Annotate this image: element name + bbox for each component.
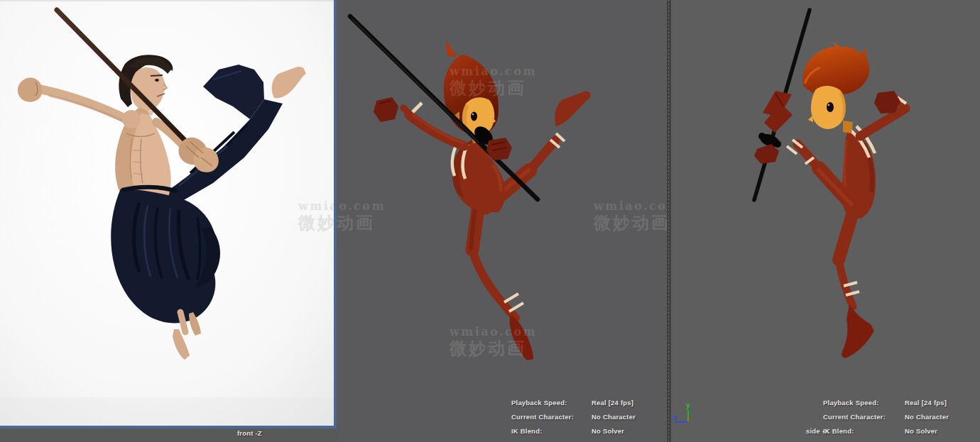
standing-foot	[842, 304, 874, 358]
y-axis-label: y	[686, 402, 690, 409]
viewport-layout: wmiao.com 微妙动画 front -Z	[0, 0, 980, 442]
character-front-illustration	[337, 0, 667, 442]
eye	[827, 102, 834, 112]
viewport-perspective[interactable]: wmiao.com 微妙动画 wmiao.com 微妙动画 wmiao.com …	[337, 0, 667, 442]
reference-photo[interactable]: wmiao.com 微妙动画	[0, 0, 334, 426]
standing-foot	[510, 315, 533, 360]
hud-ikblend-label: IK Blend:	[823, 427, 854, 435]
eye	[471, 112, 477, 121]
camera-label-strip: front -Z	[0, 429, 337, 442]
eye	[155, 79, 159, 82]
hud-playback-value: Real [24 fps]	[592, 399, 633, 407]
hud-ikblend-label: IK Blend:	[511, 427, 543, 435]
hud-playback-label: Playback Speed:	[823, 399, 879, 407]
hud-playback-value: Real [24 fps]	[905, 399, 947, 407]
hud-character-value: No Character	[905, 413, 949, 421]
viewport-reference-front[interactable]: wmiao.com 微妙动画 front -Z	[0, 0, 337, 442]
reference-photo-illustration	[0, 0, 334, 426]
axis-gizmo: y z	[671, 396, 699, 430]
viewport-side[interactable]: y z Playback Speed: Real [24 fps] Curren…	[671, 0, 980, 442]
character-front	[350, 16, 591, 360]
hud-ikblend-value: No Solver	[592, 427, 624, 435]
camera-label-front: front -Z	[237, 429, 262, 438]
hud-ikblend-value: No Solver	[905, 427, 937, 435]
head	[802, 42, 869, 129]
character-side-illustration	[671, 0, 980, 442]
hud-playback-label: Playback Speed:	[511, 399, 567, 407]
z-axis-label: z	[673, 414, 677, 421]
grip-hand	[754, 144, 779, 164]
hud-character-value: No Character	[592, 413, 636, 421]
hud-character-label: Current Character:	[823, 413, 886, 421]
head	[444, 40, 499, 136]
hud-character-label: Current Character:	[511, 413, 574, 421]
x-axis	[690, 418, 690, 422]
kick-foot	[555, 92, 590, 126]
fist	[374, 97, 398, 122]
character-side	[754, 10, 906, 358]
